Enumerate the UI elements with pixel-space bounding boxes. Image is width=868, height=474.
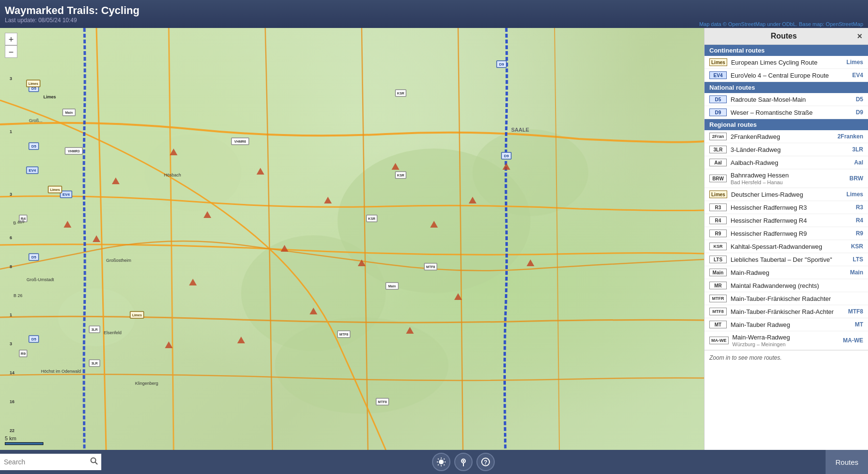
help-button[interactable]: ? — [476, 453, 495, 471]
route-item-r9[interactable]: R9 Hessischer Radfernweg R9 R9 — [705, 227, 868, 240]
search-button[interactable] — [90, 457, 98, 467]
route-item-mt[interactable]: MT Main-Tauber Radweg MT — [705, 318, 868, 331]
svg-text:Limes: Limes — [132, 313, 142, 317]
svg-point-5 — [275, 317, 448, 414]
route-item-d5[interactable]: D5 Radroute Saar-Mosel-Main D5 — [705, 93, 868, 106]
route-badge-r4: R4 — [709, 217, 727, 224]
route-item-limes-regional[interactable]: Limes Deutscher Limes-Radweg Limes — [705, 188, 868, 201]
svg-text:EV4: EV4 — [28, 168, 36, 173]
route-short-d5: D5 — [844, 96, 863, 103]
route-name-mawe: Main-Werra-Radweg Würzburg – Meiningen — [732, 334, 841, 347]
gear-icon — [436, 457, 446, 467]
svg-text:3LR: 3LR — [91, 362, 97, 365]
svg-point-3 — [473, 129, 588, 216]
route-item-mawe[interactable]: MA-WE Main-Werra-Radweg Würzburg – Meini… — [705, 331, 868, 350]
svg-marker-77 — [165, 341, 173, 348]
routes-content[interactable]: Continental routes Limes European Limes … — [705, 45, 868, 450]
route-name-3lr: 3-Länder-Radweg — [731, 146, 842, 153]
route-short-limes-r: Limes — [844, 191, 863, 198]
svg-text:D5: D5 — [31, 144, 37, 149]
route-badge-d5: D5 — [709, 95, 727, 103]
zoom-controls: + − — [5, 33, 17, 58]
route-short-aal: Aal — [844, 159, 863, 166]
svg-marker-76 — [93, 235, 100, 242]
route-item-mtfr[interactable]: MTFR Main-Tauber-Fränkischer Radachter — [705, 292, 868, 305]
routes-header: Routes × — [705, 28, 868, 45]
route-item-ev4[interactable]: EV4 EuroVelo 4 – Central Europe Route EV… — [705, 69, 868, 82]
svg-text:D5: D5 — [31, 255, 37, 259]
svg-text:MTF8: MTF8 — [378, 400, 387, 404]
svg-text:Hösbach: Hösbach — [164, 173, 181, 177]
help-icon: ? — [481, 457, 490, 467]
zoom-out-button[interactable]: − — [5, 45, 17, 58]
svg-text:B 469: B 469 — [13, 219, 25, 226]
svg-text:3: 3 — [10, 192, 12, 197]
search-area[interactable] — [0, 454, 101, 470]
svg-text:R9: R9 — [21, 352, 26, 356]
svg-text:Großostheim: Großostheim — [106, 258, 131, 263]
route-item-2fran[interactable]: 2Fran 2FrankenRadweg 2Franken — [705, 130, 868, 143]
svg-marker-74 — [237, 337, 245, 343]
route-name-2fran: 2FrankenRadweg — [731, 133, 836, 140]
route-short-r3: R3 — [844, 204, 863, 211]
pin-icon — [459, 457, 468, 467]
route-item-aal[interactable]: Aal Aalbach-Radweg Aal — [705, 156, 868, 169]
svg-text:B 26: B 26 — [14, 293, 23, 298]
section-header-continental: Continental routes — [705, 45, 868, 56]
search-input[interactable] — [4, 458, 88, 466]
route-item-main[interactable]: Main Main-Radweg Main — [705, 266, 868, 279]
svg-marker-80 — [527, 259, 534, 266]
route-name-mtf8: Main-Tauber-Fränkischer Rad-Achter — [731, 308, 842, 315]
bottom-tools: ? — [101, 453, 826, 471]
route-short-mt: MT — [844, 321, 863, 328]
route-badge-mr: MR — [709, 282, 727, 289]
route-short-ksr: KSR — [844, 243, 863, 250]
route-item-brw[interactable]: BRW Bahnradweg Hessen Bad Hersfeld – Han… — [705, 169, 868, 188]
route-name-r9: Hessischer Radfernweg R9 — [731, 230, 842, 237]
route-badge-mt: MT — [709, 321, 727, 328]
svg-text:Limes: Limes — [28, 82, 38, 85]
svg-text:D9: D9 — [499, 62, 504, 67]
route-badge-brw: BRW — [709, 175, 727, 182]
route-badge-limes-r: Limes — [709, 190, 727, 198]
svg-text:D9: D9 — [504, 154, 509, 158]
location-button[interactable] — [454, 453, 473, 471]
route-item-mtf8[interactable]: MTF8 Main-Tauber-Fränkischer Rad-Achter … — [705, 305, 868, 318]
svg-text:3: 3 — [10, 76, 12, 81]
svg-marker-62 — [112, 177, 120, 184]
section-header-national: National routes — [705, 82, 868, 93]
routes-button[interactable]: Routes — [826, 450, 868, 474]
svg-text:KSR: KSR — [368, 217, 376, 220]
route-short-limes: Limes — [844, 59, 863, 66]
route-name-aal: Aalbach-Radweg — [731, 159, 842, 166]
route-badge-ksr: KSR — [709, 243, 727, 250]
route-item-limes-continental[interactable]: Limes European Limes Cycling Route Limes — [705, 56, 868, 69]
route-badge-r9: R9 — [709, 230, 727, 237]
route-item-r4[interactable]: R4 Hessischer Radfernweg R4 R4 — [705, 214, 868, 227]
svg-text:1: 1 — [10, 312, 12, 317]
route-item-ksr[interactable]: KSR Kahltal-Spessart-Radwanderweg KSR — [705, 240, 868, 253]
settings-button[interactable] — [432, 453, 450, 471]
route-item-mr[interactable]: MR Maintal Radwanderweg (rechts) — [705, 279, 868, 292]
routes-close-button[interactable]: × — [857, 32, 862, 41]
route-item-r3[interactable]: R3 Hessischer Radfernweg R3 R3 — [705, 201, 868, 214]
route-name-ev-limes: European Limes Cycling Route — [731, 59, 842, 66]
svg-text:D5: D5 — [31, 337, 37, 341]
routes-panel: Routes × Continental routes Limes Europe… — [704, 28, 868, 450]
route-item-d9[interactable]: D9 Weser – Romantische Straße D9 — [705, 106, 868, 119]
route-name-mtfr: Main-Tauber-Fränkischer Radachter — [731, 295, 842, 302]
svg-text:16: 16 — [10, 399, 14, 404]
map-container[interactable]: D5 D5 D5 D5 EV4 EV4 Limes Limes Limes R4… — [0, 28, 704, 450]
svg-marker-75 — [189, 279, 197, 285]
attribution-text: Map data © OpenStreetMap under ODbL. Bas… — [699, 21, 863, 27]
route-name-mr: Maintal Radwanderweg (rechts) — [731, 282, 842, 289]
route-short-r4: R4 — [844, 217, 863, 224]
svg-text:VHMR6: VHMR6 — [234, 140, 246, 143]
zoom-in-button[interactable]: + — [5, 33, 17, 45]
svg-text:Main: Main — [388, 284, 396, 288]
svg-marker-67 — [324, 197, 332, 203]
svg-text:Klingenberg: Klingenberg — [135, 381, 158, 386]
route-item-lts[interactable]: LTS Liebliches Taubertal – Der "Sportive… — [705, 253, 868, 266]
svg-text:Elsenfeld: Elsenfeld — [104, 330, 122, 335]
route-item-3lr[interactable]: 3LR 3-Länder-Radweg 3LR — [705, 143, 868, 156]
